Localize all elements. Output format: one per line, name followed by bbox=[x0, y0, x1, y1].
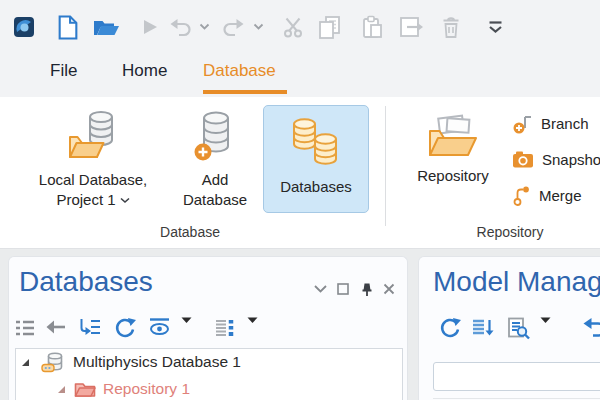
app-logo[interactable] bbox=[10, 13, 38, 41]
list-view-button[interactable] bbox=[14, 317, 36, 339]
merge-button-label: Merge bbox=[539, 187, 582, 204]
minimize-ribbon-button[interactable] bbox=[481, 13, 509, 41]
open-folder-icon bbox=[93, 17, 120, 38]
undo-button[interactable] bbox=[582, 317, 600, 338]
add-database-label-line1: Add bbox=[202, 170, 229, 190]
columns-dropdown-button[interactable] bbox=[247, 317, 258, 324]
tab-file[interactable]: File bbox=[50, 61, 77, 81]
ribbon-tab-bar: File Home Database bbox=[0, 52, 600, 97]
open-file-button[interactable] bbox=[92, 13, 120, 41]
expanded-triangle-icon bbox=[21, 358, 30, 367]
pin-icon bbox=[359, 282, 374, 297]
databases-icon bbox=[290, 111, 342, 173]
panel-menu-button[interactable] bbox=[312, 281, 328, 297]
camera-icon bbox=[512, 150, 534, 169]
caret-down-icon bbox=[247, 317, 258, 324]
repository-node-icon bbox=[74, 380, 96, 398]
panel-close-button[interactable] bbox=[381, 281, 397, 297]
redo-dropdown-button[interactable] bbox=[251, 13, 265, 41]
minimize-ribbon-icon bbox=[487, 20, 504, 35]
refresh-button[interactable] bbox=[114, 317, 137, 339]
databases-panel-toolbar bbox=[9, 317, 407, 343]
run-button[interactable] bbox=[136, 13, 164, 41]
paste-button[interactable] bbox=[358, 13, 386, 41]
chevron-down-icon bbox=[199, 23, 210, 31]
add-database-button[interactable]: Add Database bbox=[172, 106, 258, 210]
columns-icon bbox=[214, 317, 236, 339]
local-database-icon bbox=[67, 106, 119, 166]
search-document-icon bbox=[507, 317, 531, 340]
tab-home[interactable]: Home bbox=[122, 61, 167, 81]
tree-expander[interactable] bbox=[57, 385, 66, 394]
columns-button[interactable] bbox=[214, 317, 236, 339]
redo-icon bbox=[223, 17, 245, 37]
search-document-button[interactable] bbox=[507, 317, 531, 340]
databases-button-label: Databases bbox=[280, 177, 352, 197]
chevron-down-icon bbox=[313, 283, 328, 295]
local-database-label-line1: Local Database, bbox=[39, 170, 147, 190]
export-icon bbox=[399, 16, 424, 38]
panel-pin-button[interactable] bbox=[358, 281, 374, 297]
paste-icon bbox=[361, 15, 383, 39]
tree-row-multiphysics-database[interactable]: Multiphysics Database 1 bbox=[16, 349, 402, 375]
refresh-button[interactable] bbox=[439, 317, 462, 339]
show-button[interactable] bbox=[148, 317, 171, 337]
branch-button-label: Branch bbox=[541, 115, 589, 132]
chevron-down-icon bbox=[120, 197, 130, 204]
search-dropdown-button[interactable] bbox=[540, 317, 551, 324]
databases-panel-title: Databases bbox=[19, 266, 153, 298]
close-icon bbox=[382, 282, 396, 296]
new-file-icon bbox=[58, 15, 78, 40]
repository-icon bbox=[427, 106, 479, 162]
tree-expander[interactable] bbox=[21, 358, 30, 367]
undo-icon bbox=[582, 317, 600, 338]
databases-tree: Multiphysics Database 1 Repository 1 bbox=[15, 348, 403, 400]
ribbon-database: Local Database, Project 1 Add Database bbox=[0, 97, 600, 249]
copy-button[interactable] bbox=[315, 13, 343, 41]
tree-row-repository[interactable]: Repository 1 bbox=[16, 376, 402, 400]
model-manager-panel: Model Manager bbox=[418, 256, 600, 400]
undo-dropdown-button[interactable] bbox=[197, 13, 211, 41]
caret-down-icon bbox=[540, 317, 551, 324]
move-down-button[interactable] bbox=[78, 317, 102, 339]
cut-button[interactable] bbox=[279, 13, 307, 41]
active-tab-underline bbox=[203, 90, 287, 94]
trash-icon bbox=[441, 15, 461, 39]
model-manager-search-input[interactable] bbox=[433, 362, 600, 391]
float-window-icon bbox=[336, 282, 350, 296]
model-manager-toolbar bbox=[419, 317, 600, 343]
chevron-down-icon bbox=[253, 23, 264, 31]
back-button[interactable] bbox=[45, 317, 67, 337]
eye-icon bbox=[148, 317, 171, 337]
content-area: Databases bbox=[0, 249, 600, 400]
delete-button[interactable] bbox=[437, 13, 465, 41]
database-node-icon bbox=[41, 351, 65, 373]
databases-button[interactable]: Databases bbox=[263, 105, 369, 213]
local-database-button[interactable]: Local Database, Project 1 bbox=[18, 106, 168, 210]
new-file-button[interactable] bbox=[54, 13, 82, 41]
repository-button[interactable]: Repository bbox=[405, 106, 501, 186]
tree-node-label: Multiphysics Database 1 bbox=[73, 353, 241, 371]
show-dropdown-button[interactable] bbox=[181, 317, 192, 324]
database-group-label: Database bbox=[60, 224, 320, 240]
databases-panel-window-controls bbox=[312, 281, 397, 297]
tab-database[interactable]: Database bbox=[203, 61, 276, 81]
snapshot-button[interactable]: Snapshot bbox=[512, 147, 600, 171]
databases-panel: Databases bbox=[8, 256, 408, 400]
undo-button[interactable] bbox=[168, 13, 192, 41]
next-section-divider bbox=[433, 398, 600, 399]
merge-button[interactable]: Merge bbox=[512, 183, 582, 207]
branch-button[interactable]: Branch bbox=[512, 111, 589, 135]
redo-button[interactable] bbox=[222, 13, 246, 41]
expanded-triangle-icon bbox=[57, 385, 66, 394]
snapshot-button-label: Snapshot bbox=[542, 151, 600, 168]
app-logo-icon bbox=[13, 16, 35, 38]
ribbon-group-divider bbox=[385, 106, 386, 226]
sort-button[interactable] bbox=[471, 317, 495, 339]
undo-icon bbox=[169, 17, 191, 37]
panel-float-button[interactable] bbox=[335, 281, 351, 297]
export-button[interactable] bbox=[397, 13, 425, 41]
arrow-left-icon bbox=[45, 317, 67, 337]
model-manager-panel-title: Model Manager bbox=[433, 266, 600, 298]
add-database-label-line2: Database bbox=[183, 190, 247, 210]
